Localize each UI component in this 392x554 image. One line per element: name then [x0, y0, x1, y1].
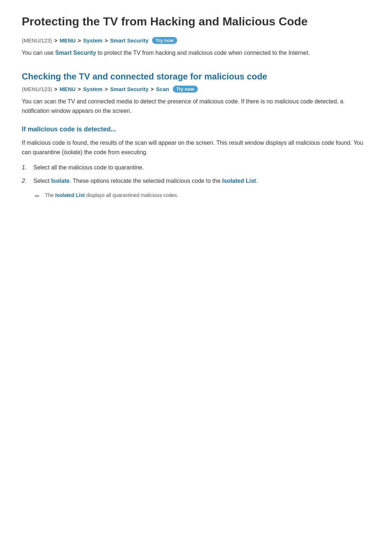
breadcrumb2-menu[interactable]: MENU: [60, 86, 75, 92]
breadcrumb-prefix: (MENU/123): [22, 37, 52, 44]
step-2-number: 2.: [22, 176, 29, 186]
breadcrumb2-sep-1: >: [54, 86, 57, 92]
breadcrumb2-sep-4: >: [151, 86, 154, 92]
breadcrumb2-prefix: (MENU/123): [22, 86, 52, 92]
steps-list: 1. Select all the malicious code to quar…: [22, 163, 370, 186]
note-icon: ✏: [35, 192, 41, 201]
isolate-link[interactable]: Isolate: [51, 178, 70, 184]
section1-text: You can scan the TV and connected media …: [22, 97, 370, 115]
breadcrumb2-smart-security[interactable]: Smart Security: [110, 86, 148, 92]
intro-smart-security-link[interactable]: Smart Security: [55, 50, 96, 56]
breadcrumb-sep-2: >: [78, 37, 81, 44]
breadcrumb2-scan[interactable]: Scan: [156, 86, 169, 92]
breadcrumb-sep-3: >: [105, 37, 108, 44]
try-now-badge-1[interactable]: Try now: [152, 37, 177, 44]
isolated-list-link-step[interactable]: Isolated List: [222, 178, 256, 184]
section1-title: Checking the TV and connected storage fo…: [22, 71, 370, 82]
breadcrumb-2: (MENU/123) > MENU > System > Smart Secur…: [22, 86, 370, 93]
step-2: 2. Select Isolate. These options relocat…: [22, 176, 370, 186]
breadcrumb-1: (MENU/123) > MENU > System > Smart Secur…: [22, 37, 370, 44]
breadcrumb-menu[interactable]: MENU: [60, 37, 75, 44]
step-1-number: 1.: [22, 163, 29, 172]
page-title: Protecting the TV from Hacking and Malic…: [22, 15, 370, 28]
step-2-text: Select Isolate. These options relocate t…: [33, 176, 258, 186]
isolated-list-link-note[interactable]: Isolated List: [55, 192, 85, 198]
try-now-badge-2[interactable]: Try now: [173, 86, 198, 93]
step-1-text: Select all the malicious code to quarant…: [33, 163, 144, 172]
note-text: The Isolated List displays all quarantin…: [45, 192, 178, 199]
intro-paragraph: You can use Smart Security to protect th…: [22, 48, 370, 58]
breadcrumb-system[interactable]: System: [83, 37, 102, 44]
breadcrumb2-sep-3: >: [105, 86, 108, 92]
breadcrumb2-system[interactable]: System: [83, 86, 102, 92]
breadcrumb-sep-1: >: [54, 37, 57, 44]
step-1: 1. Select all the malicious code to quar…: [22, 163, 370, 172]
breadcrumb-smart-security[interactable]: Smart Security: [110, 37, 148, 44]
subsection1-title: If malicious code is detected...: [22, 126, 370, 133]
subsection1-text: If malicious code is found, the results …: [22, 138, 370, 157]
note-block: ✏ The Isolated List displays all quarant…: [35, 192, 370, 201]
breadcrumb2-sep-2: >: [78, 86, 81, 92]
